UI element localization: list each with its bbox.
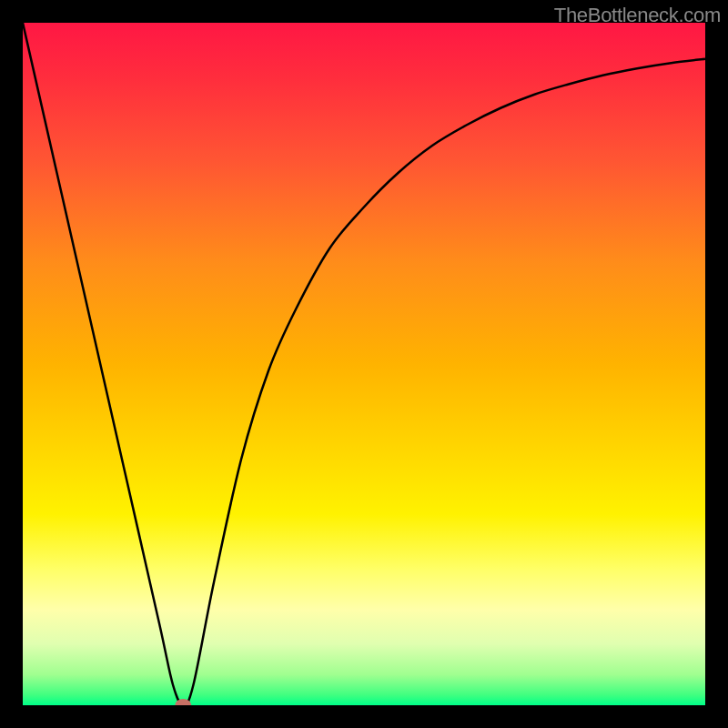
watermark-text: TheBottleneck.com <box>554 4 721 27</box>
curve-line <box>23 23 705 705</box>
plot-area <box>23 23 705 705</box>
curve-plot <box>23 23 705 705</box>
